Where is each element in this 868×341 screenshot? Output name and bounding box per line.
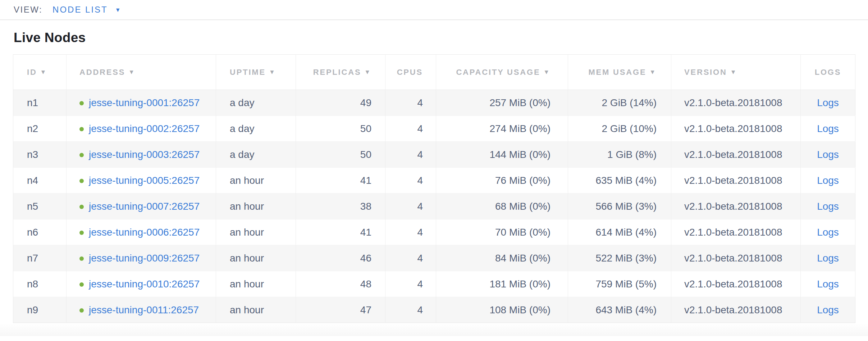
node-capacity-usage-cell: 274 MiB (0%) bbox=[436, 116, 568, 142]
node-replicas-cell: 41 bbox=[296, 168, 385, 194]
sort-arrow-icon: ▼ bbox=[40, 69, 47, 76]
node-logs-cell: Logs bbox=[801, 297, 855, 323]
node-capacity-usage-cell: 68 MiB (0%) bbox=[436, 194, 568, 219]
triangle-down-icon: ▼ bbox=[115, 7, 122, 13]
node-replicas-cell: 41 bbox=[296, 219, 385, 245]
node-logs-cell: Logs bbox=[801, 245, 855, 271]
node-id-cell: n3 bbox=[13, 142, 67, 168]
column-header-label: LOGS bbox=[815, 68, 841, 77]
node-address-cell: jesse-tuning-0010:26257 bbox=[67, 271, 216, 297]
table-row: n2 jesse-tuning-0002:26257 a day 50 4 27… bbox=[13, 116, 855, 142]
node-live-status-icon bbox=[79, 205, 84, 209]
node-version-cell: v2.1.0-beta.20181008 bbox=[671, 219, 801, 245]
logs-link[interactable]: Logs bbox=[817, 253, 839, 264]
column-header-capacity-usage[interactable]: CAPACITY USAGE▼ bbox=[436, 55, 568, 90]
table-row: n4 jesse-tuning-0005:26257 an hour 41 4 … bbox=[13, 168, 855, 194]
node-replicas-cell: 50 bbox=[296, 116, 385, 142]
column-header-label: ADDRESS bbox=[79, 68, 125, 77]
logs-link[interactable]: Logs bbox=[817, 227, 839, 238]
node-address-link[interactable]: jesse-tuning-0006:26257 bbox=[89, 227, 200, 238]
node-live-status-icon bbox=[79, 153, 84, 157]
logs-link[interactable]: Logs bbox=[817, 175, 839, 186]
logs-link[interactable]: Logs bbox=[817, 304, 839, 315]
column-header-logs: LOGS bbox=[801, 55, 855, 90]
node-capacity-usage-cell: 144 MiB (0%) bbox=[436, 142, 568, 168]
node-uptime-cell: an hour bbox=[216, 271, 296, 297]
logs-link[interactable]: Logs bbox=[817, 123, 839, 134]
node-version-cell: v2.1.0-beta.20181008 bbox=[671, 142, 801, 168]
node-mem-usage-cell: 522 MiB (3%) bbox=[568, 245, 671, 271]
node-address-cell: jesse-tuning-0009:26257 bbox=[67, 245, 216, 271]
node-version-cell: v2.1.0-beta.20181008 bbox=[671, 194, 801, 219]
node-cpus-cell: 4 bbox=[385, 168, 436, 194]
node-uptime-cell: an hour bbox=[216, 297, 296, 323]
node-version-cell: v2.1.0-beta.20181008 bbox=[671, 245, 801, 271]
logs-link[interactable]: Logs bbox=[817, 149, 839, 160]
node-replicas-cell: 49 bbox=[296, 90, 385, 116]
sort-arrow-icon: ▼ bbox=[128, 69, 136, 76]
node-uptime-cell: a day bbox=[216, 142, 296, 168]
node-cpus-cell: 4 bbox=[385, 219, 436, 245]
node-logs-cell: Logs bbox=[801, 168, 855, 194]
column-header-mem-usage[interactable]: MEM USAGE▼ bbox=[568, 55, 671, 90]
table-row: n8 jesse-tuning-0010:26257 an hour 48 4 … bbox=[13, 271, 855, 297]
column-header-label: REPLICAS bbox=[313, 68, 361, 77]
node-id-cell: n9 bbox=[13, 297, 67, 323]
node-capacity-usage-cell: 257 MiB (0%) bbox=[436, 90, 568, 116]
node-replicas-cell: 46 bbox=[296, 245, 385, 271]
node-cpus-cell: 4 bbox=[385, 194, 436, 219]
node-live-status-icon bbox=[79, 256, 84, 261]
logs-link[interactable]: Logs bbox=[817, 278, 839, 290]
logs-link[interactable]: Logs bbox=[817, 201, 839, 212]
node-id-cell: n1 bbox=[13, 90, 67, 116]
page-title: Live Nodes bbox=[14, 30, 868, 46]
node-address-link[interactable]: jesse-tuning-0003:26257 bbox=[89, 149, 200, 160]
node-uptime-cell: an hour bbox=[216, 245, 296, 271]
column-header-version[interactable]: VERSION▼ bbox=[671, 55, 801, 90]
sort-arrow-icon: ▼ bbox=[730, 69, 737, 76]
node-logs-cell: Logs bbox=[801, 194, 855, 219]
column-header-label: MEM USAGE bbox=[588, 68, 646, 77]
node-capacity-usage-cell: 70 MiB (0%) bbox=[436, 219, 568, 245]
node-address-cell: jesse-tuning-0003:26257 bbox=[67, 142, 216, 168]
table-row: n6 jesse-tuning-0006:26257 an hour 41 4 … bbox=[13, 219, 855, 245]
node-address-cell: jesse-tuning-0007:26257 bbox=[67, 194, 216, 219]
node-address-link[interactable]: jesse-tuning-0001:26257 bbox=[89, 97, 200, 108]
node-address-link[interactable]: jesse-tuning-0009:26257 bbox=[89, 253, 200, 264]
node-uptime-cell: a day bbox=[216, 90, 296, 116]
node-address-link[interactable]: jesse-tuning-0002:26257 bbox=[89, 123, 200, 134]
column-header-id[interactable]: ID▼ bbox=[13, 55, 67, 90]
node-cpus-cell: 4 bbox=[385, 245, 436, 271]
node-cpus-cell: 4 bbox=[385, 297, 436, 323]
logs-link[interactable]: Logs bbox=[817, 97, 839, 108]
column-header-label: CPUS bbox=[397, 68, 423, 77]
node-uptime-cell: an hour bbox=[216, 168, 296, 194]
node-mem-usage-cell: 614 MiB (4%) bbox=[568, 219, 671, 245]
node-logs-cell: Logs bbox=[801, 271, 855, 297]
node-logs-cell: Logs bbox=[801, 219, 855, 245]
view-selected-value: NODE LIST bbox=[52, 5, 108, 15]
node-address-link[interactable]: jesse-tuning-0007:26257 bbox=[89, 201, 200, 212]
node-uptime-cell: an hour bbox=[216, 219, 296, 245]
column-header-replicas[interactable]: REPLICAS▼ bbox=[296, 55, 385, 90]
node-address-link[interactable]: jesse-tuning-0011:26257 bbox=[89, 304, 199, 315]
node-address-link[interactable]: jesse-tuning-0010:26257 bbox=[89, 278, 200, 290]
column-header-label: UPTIME bbox=[230, 68, 266, 77]
node-version-cell: v2.1.0-beta.20181008 bbox=[671, 90, 801, 116]
node-live-status-icon bbox=[79, 231, 84, 235]
column-header-uptime[interactable]: UPTIME▼ bbox=[216, 55, 296, 90]
node-mem-usage-cell: 2 GiB (10%) bbox=[568, 116, 671, 142]
node-uptime-cell: an hour bbox=[216, 194, 296, 219]
column-header-cpus: CPUS bbox=[385, 55, 436, 90]
node-replicas-cell: 47 bbox=[296, 297, 385, 323]
node-address-link[interactable]: jesse-tuning-0005:26257 bbox=[89, 175, 200, 186]
sort-arrow-icon: ▼ bbox=[269, 69, 276, 76]
node-version-cell: v2.1.0-beta.20181008 bbox=[671, 271, 801, 297]
table-header-row: ID▼ ADDRESS▼ UPTIME▼ REPLICAS▼ CPUS CAPA… bbox=[13, 55, 855, 90]
view-node-list-dropdown[interactable]: NODE LIST ▼ bbox=[52, 5, 122, 15]
node-cpus-cell: 4 bbox=[385, 90, 436, 116]
column-header-label: ID bbox=[27, 68, 37, 77]
node-address-cell: jesse-tuning-0002:26257 bbox=[67, 116, 216, 142]
table-row: n1 jesse-tuning-0001:26257 a day 49 4 25… bbox=[13, 90, 855, 116]
column-header-address[interactable]: ADDRESS▼ bbox=[67, 55, 216, 90]
